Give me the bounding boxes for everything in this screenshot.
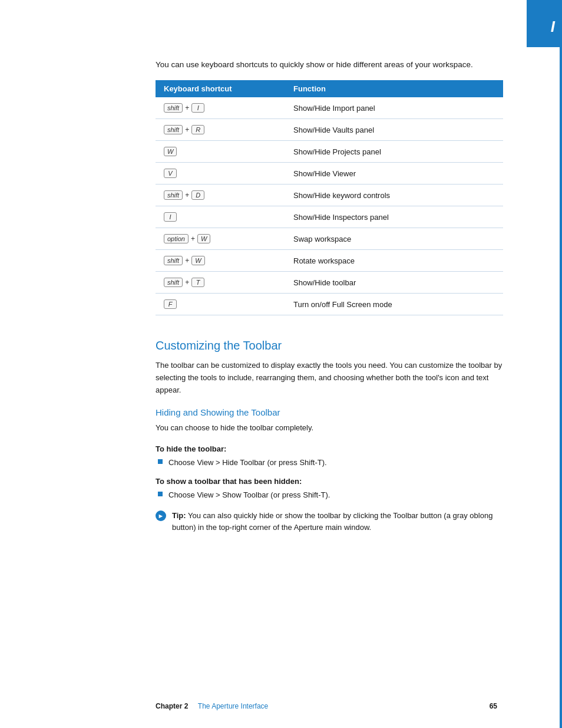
key-badge: R [191,125,204,134]
key-badge: shift [164,190,183,200]
footer-chapter-info: Chapter 2 The Aperture Interface [156,702,268,710]
instruction1-text: Choose View > Hide Toolbar (or press Shi… [168,457,327,469]
shortcuts-table: Keyboard shortcut Function shift+IShow/H… [156,80,503,315]
plus-sign: + [185,256,189,265]
function-cell: Swap workspace [285,228,503,250]
tip-label: Tip: [172,511,186,520]
function-cell: Show/Hide Projects panel [285,141,503,163]
table-row: FTurn on/off Full Screen mode [156,294,503,315]
blue-border-line [560,47,562,728]
key-badge: shift [164,256,183,265]
key-badge: shift [164,103,183,113]
tip-content: You can also quickly hide or show the to… [172,511,492,532]
hiding-body: You can choose to hide the toolbar compl… [156,422,503,434]
function-cell: Show/Hide Import panel [285,97,503,119]
key-cell: V [156,163,285,185]
key-badge: I [191,103,204,113]
key-cell: option+W [156,228,285,250]
instruction2-text: Choose View > Show Toolbar (or press Shi… [168,489,330,501]
key-badge: F [164,299,177,309]
table-row: option+WSwap workspace [156,228,503,250]
table-row: shift+DShow/Hide keyword controls [156,185,503,206]
col1-header: Keyboard shortcut [156,80,285,97]
key-badge: option [164,234,189,243]
table-row: WShow/Hide Projects panel [156,141,503,163]
key-cell: shift+T [156,272,285,294]
plus-sign: + [185,104,189,112]
intro-paragraph: You can use keyboard shortcuts to quickl… [156,59,503,71]
page-number: 65 [490,702,497,710]
key-badge: W [164,147,177,156]
table-row: IShow/Hide Inspectors panel [156,206,503,228]
tab-letter: I [551,18,555,36]
function-cell: Show/Hide Vaults panel [285,119,503,141]
instruction2-item: Choose View > Show Toolbar (or press Shi… [156,489,503,501]
key-badge: W [191,256,204,265]
bullet-icon [158,459,163,464]
table-row: shift+RShow/Hide Vaults panel [156,119,503,141]
key-cell: W [156,141,285,163]
plus-sign: + [185,278,189,286]
key-cell: F [156,294,285,315]
function-cell: Rotate workspace [285,250,503,272]
instruction2-heading: To show a toolbar that has been hidden: [156,477,503,486]
table-row: shift+IShow/Hide Import panel [156,97,503,119]
bullet-icon-2 [158,492,163,496]
customizing-body: The toolbar can be customized to display… [156,360,503,396]
key-badge: W [197,234,210,243]
plus-sign: + [185,126,189,134]
key-cell: I [156,206,285,228]
table-row: VShow/Hide Viewer [156,163,503,185]
tip-text: Tip: You can also quickly hide or show t… [172,510,503,533]
chapter-label: Chapter 2 [156,702,188,710]
tip-icon: ► [156,510,166,521]
col2-header: Function [285,80,503,97]
key-badge: I [164,212,177,222]
key-badge: D [191,190,204,200]
tip-arrow-icon: ► [158,512,164,519]
table-row: shift+WRotate workspace [156,250,503,272]
key-cell: shift+R [156,119,285,141]
function-cell: Show/Hide toolbar [285,272,503,294]
plus-sign: + [191,235,195,243]
key-badge: T [191,278,204,287]
table-row: shift+TShow/Hide toolbar [156,272,503,294]
key-cell: shift+D [156,185,285,206]
key-cell: shift+I [156,97,285,119]
key-badge: shift [164,278,183,287]
function-cell: Show/Hide keyword controls [285,185,503,206]
function-cell: Turn on/off Full Screen mode [285,294,503,315]
instruction1-heading: To hide the toolbar: [156,444,503,453]
section-tab: I [527,0,562,47]
tip-box: ► Tip: You can also quickly hide or show… [156,510,503,533]
key-badge: V [164,169,177,178]
chapter-name: The Aperture Interface [198,702,268,710]
customizing-title: Customizing the Toolbar [156,339,503,353]
hiding-title: Hiding and Showing the Toolbar [156,407,503,417]
footer-separator [190,702,196,710]
instruction1-item: Choose View > Hide Toolbar (or press Shi… [156,457,503,469]
function-cell: Show/Hide Viewer [285,163,503,185]
page-footer: Chapter 2 The Aperture Interface 65 [0,702,556,710]
plus-sign: + [185,191,189,199]
key-cell: shift+W [156,250,285,272]
function-cell: Show/Hide Inspectors panel [285,206,503,228]
key-badge: shift [164,125,183,134]
